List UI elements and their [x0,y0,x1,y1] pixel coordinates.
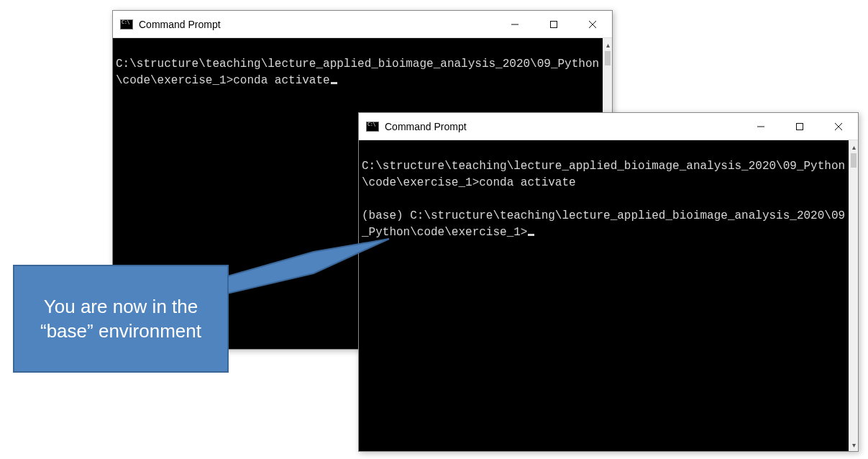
scroll-thumb[interactable] [605,51,611,65]
terminal-line: C:\structure\teaching\lecture_applied_bi… [362,160,845,189]
minimize-button[interactable] [741,113,780,140]
scroll-track[interactable] [849,168,858,438]
terminal-line: C:\structure\teaching\lecture_applied_bi… [116,58,599,87]
scroll-up-icon[interactable]: ▴ [603,38,612,51]
scroll-up-icon[interactable]: ▴ [849,140,858,153]
scroll-thumb[interactable] [851,153,856,168]
command-prompt-window-2: Command Prompt C:\structure\teaching\lec… [358,112,859,452]
cmd-icon [120,19,133,29]
vertical-scrollbar[interactable]: ▴ ▾ [849,140,858,451]
titlebar[interactable]: Command Prompt [113,11,612,38]
maximize-button[interactable] [534,11,573,37]
annotation-callout: You are now in the “base” environment [13,265,229,373]
close-icon [834,122,843,131]
svg-rect-5 [797,123,803,129]
window-controls [495,11,612,37]
callout-arrow-icon [227,237,393,295]
close-button[interactable] [819,113,858,140]
terminal-area: C:\structure\teaching\lecture_applied_bi… [359,140,858,451]
maximize-icon [795,122,804,131]
terminal-output[interactable]: C:\structure\teaching\lecture_applied_bi… [359,140,849,451]
close-button[interactable] [573,11,612,37]
minimize-icon [757,122,765,131]
minimize-button[interactable] [495,11,534,37]
cmd-icon [366,122,379,132]
minimize-icon [511,20,519,29]
svg-rect-1 [551,21,557,27]
titlebar[interactable]: Command Prompt [359,113,858,140]
scroll-down-icon[interactable]: ▾ [849,438,858,451]
terminal-line: (base) C:\structure\teaching\lecture_app… [362,209,845,239]
window-title: Command Prompt [139,19,495,30]
close-icon [588,20,597,29]
maximize-icon [549,20,558,29]
callout-text: You are now in the “base” environment [22,294,220,344]
cursor-icon [528,234,534,236]
window-controls [741,113,858,140]
svg-marker-8 [227,239,389,294]
maximize-button[interactable] [780,113,819,140]
window-title: Command Prompt [385,121,741,132]
cursor-icon [331,82,337,84]
